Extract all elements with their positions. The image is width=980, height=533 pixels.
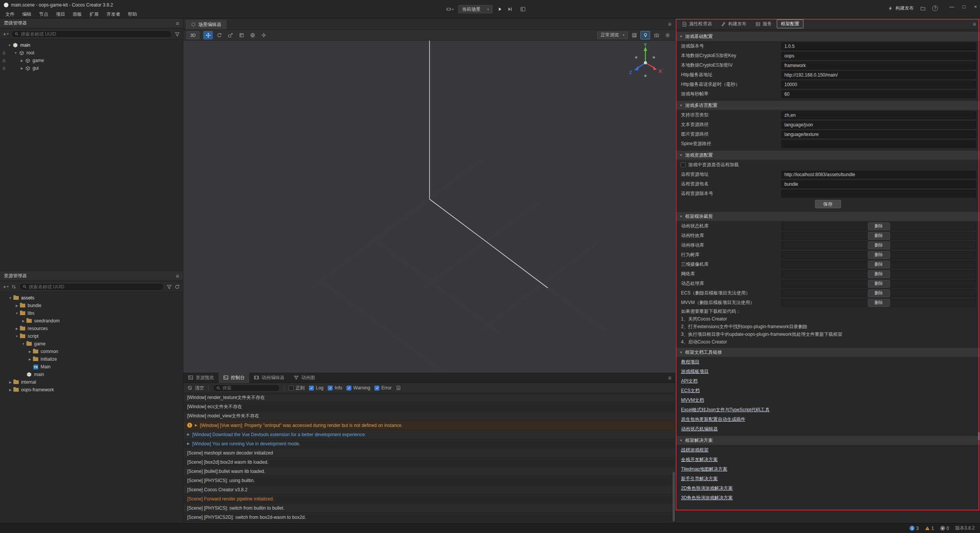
- asset-node-bundle[interactable]: ▶bundle: [0, 302, 183, 309]
- asset-node-internal[interactable]: ▶internal: [0, 378, 183, 386]
- section-resource-config[interactable]: ▼游戏资源配置: [676, 150, 980, 160]
- create-node-button[interactable]: +▾: [3, 31, 8, 37]
- delete-button[interactable]: 删除: [868, 299, 890, 307]
- gizmo-space-button[interactable]: [248, 31, 257, 39]
- language-types-input[interactable]: [781, 111, 976, 119]
- console-scrollbar[interactable]: [673, 472, 675, 522]
- log-row[interactable]: [Scene] meshopt wasm decoder initialized: [183, 448, 675, 458]
- checkbox[interactable]: [374, 386, 379, 391]
- log-row[interactable]: [Scene] [PHYSICS]: switch from builtin t…: [183, 504, 675, 513]
- log-row-info[interactable]: ▶[Window] You are running Vue in develop…: [183, 439, 675, 448]
- expand-arrow[interactable]: ▼: [14, 335, 20, 338]
- close-button[interactable]: ×: [974, 4, 977, 10]
- play-button[interactable]: [497, 7, 503, 12]
- expand-arrow[interactable]: ▼: [7, 44, 12, 47]
- tab-animation-graph[interactable]: 动画图: [289, 373, 320, 383]
- scene-viewport[interactable]: Y X Z: [183, 41, 675, 373]
- expand-arrow[interactable]: ▶: [21, 319, 26, 323]
- expand-arrow-icon[interactable]: ▶: [187, 442, 189, 445]
- tab-services[interactable]: 服务: [751, 20, 776, 28]
- expand-arrow[interactable]: ▶: [8, 381, 13, 384]
- expand-arrow[interactable]: ▶: [8, 388, 13, 392]
- hierarchy-node-main[interactable]: ▼ main: [0, 41, 183, 49]
- delete-button[interactable]: 删除: [868, 232, 890, 240]
- link-mvvm-docs[interactable]: MVVM文档: [681, 397, 704, 404]
- delete-button[interactable]: 删除: [868, 242, 890, 249]
- build-publish-button[interactable]: 构建发布: [888, 5, 914, 11]
- menu-project[interactable]: 项目: [52, 11, 69, 18]
- hierarchy-menu-icon[interactable]: ≡: [176, 20, 179, 26]
- log-row-warning[interactable]: !▶[Window] [Vue warn]: Property "onInput…: [183, 421, 675, 430]
- console-search-input[interactable]: [222, 385, 276, 391]
- delete-button[interactable]: 删除: [868, 289, 890, 297]
- scene-camera-button[interactable]: [652, 31, 661, 39]
- checkbox[interactable]: [289, 386, 294, 391]
- filter-info[interactable]: Info: [328, 385, 342, 391]
- frame-rate-input[interactable]: [781, 90, 976, 98]
- tab-build-publish[interactable]: 构建发布: [717, 20, 750, 28]
- scene-menu-icon[interactable]: ≡: [668, 21, 671, 27]
- filter-regex[interactable]: 正则: [289, 385, 305, 391]
- expand-arrow[interactable]: ▶: [14, 327, 20, 330]
- help-button[interactable]: ?: [932, 5, 938, 11]
- menu-extension[interactable]: 扩展: [86, 11, 103, 18]
- spine-path-input[interactable]: [781, 140, 976, 148]
- link-2drpg-solution[interactable]: 2D角色扮演游戏解决方案: [681, 485, 733, 492]
- link-template-project[interactable]: 游戏模板项目: [681, 368, 709, 375]
- asset-node-assets[interactable]: ▼assets: [0, 294, 183, 302]
- assets-filter-button[interactable]: [167, 284, 172, 289]
- log-row[interactable]: [Window] model_view文件夹不存在: [183, 412, 675, 421]
- console-menu-icon[interactable]: ≡: [668, 374, 671, 381]
- menu-panel[interactable]: 面板: [69, 11, 86, 18]
- assets-sort-button[interactable]: [11, 284, 16, 289]
- link-3drpg-solution[interactable]: 3D角色扮演游戏解决方案: [681, 495, 733, 501]
- link-tiledmap-solution[interactable]: Tiledmap地图解决方案: [681, 466, 727, 473]
- expand-arrow[interactable]: ▼: [21, 342, 26, 346]
- log-row[interactable]: [Scene] [bullet]:bullet wasm lib loaded.: [183, 467, 675, 476]
- http-timeout-input[interactable]: [781, 81, 976, 88]
- open-project-folder-button[interactable]: [920, 6, 926, 11]
- link-api-docs[interactable]: API文档: [681, 378, 697, 384]
- asset-node-main-scene[interactable]: main: [0, 371, 183, 378]
- menu-node[interactable]: 节点: [35, 11, 52, 18]
- link-hotupdate-plugin[interactable]: 原生包热更新配置自动生成插件: [681, 416, 745, 423]
- menu-file[interactable]: 文件: [2, 11, 18, 18]
- preview-device-button[interactable]: ▾: [446, 7, 454, 12]
- image-path-input[interactable]: [781, 131, 976, 138]
- log-row-warning[interactable]: [Scene] Forward render pipeline initiali…: [183, 494, 675, 504]
- log-row[interactable]: [Window] ecs文件夹不存在: [183, 402, 675, 412]
- http-server-input[interactable]: [781, 71, 976, 79]
- asset-node-libs[interactable]: ▼libs: [0, 309, 183, 317]
- filter-warning[interactable]: Warning: [346, 385, 370, 391]
- log-row[interactable]: [Scene] [PHYSICS2D]: switch from box2d-w…: [183, 513, 675, 522]
- log-row[interactable]: [Scene] Cocos Creator v3.8.2: [183, 485, 675, 494]
- checkbox[interactable]: [346, 386, 351, 391]
- asset-node-main-ts[interactable]: TSMain: [0, 363, 183, 371]
- tab-property-inspector[interactable]: 属性检查器: [678, 20, 716, 28]
- hierarchy-node-gui[interactable]: ▶ gui: [0, 64, 183, 72]
- warning-count[interactable]: 1: [925, 526, 934, 531]
- delete-button[interactable]: 删除: [868, 270, 890, 278]
- hierarchy-filter-button[interactable]: [175, 31, 180, 37]
- tab-scene-editor[interactable]: 场景编辑器: [186, 20, 227, 29]
- view-mode-select[interactable]: 正常浏览▾: [597, 31, 628, 39]
- asset-node-game[interactable]: ▼game: [0, 340, 183, 348]
- link-tutorial-project[interactable]: 教程项目: [681, 359, 699, 365]
- lock-icon[interactable]: [2, 66, 6, 70]
- expand-arrow[interactable]: ▶: [27, 350, 33, 353]
- expand-arrow[interactable]: ▼: [14, 312, 20, 315]
- log-row-info[interactable]: ▶[Window] Download the Vue Devtools exte…: [183, 430, 675, 439]
- lock-icon[interactable]: [2, 51, 6, 55]
- link-excel-tool[interactable]: Excel格式转Json文件与TypeScript代码工具: [681, 407, 769, 413]
- clear-console-button[interactable]: 清空: [187, 385, 204, 391]
- expand-arrow[interactable]: ▶: [27, 358, 33, 361]
- game-version-input[interactable]: [781, 43, 976, 50]
- filter-log[interactable]: Log: [309, 385, 323, 391]
- grid-toggle-button[interactable]: [629, 31, 639, 39]
- tab-asset-preview[interactable]: 资源预览: [183, 373, 219, 383]
- link-animator-editor[interactable]: 动画状态机编辑器: [681, 426, 718, 432]
- layout-button[interactable]: [520, 7, 526, 12]
- create-asset-button[interactable]: +▾: [3, 284, 8, 289]
- lock-icon[interactable]: [2, 59, 6, 63]
- link-ecs-docs[interactable]: ECS文档: [681, 387, 700, 394]
